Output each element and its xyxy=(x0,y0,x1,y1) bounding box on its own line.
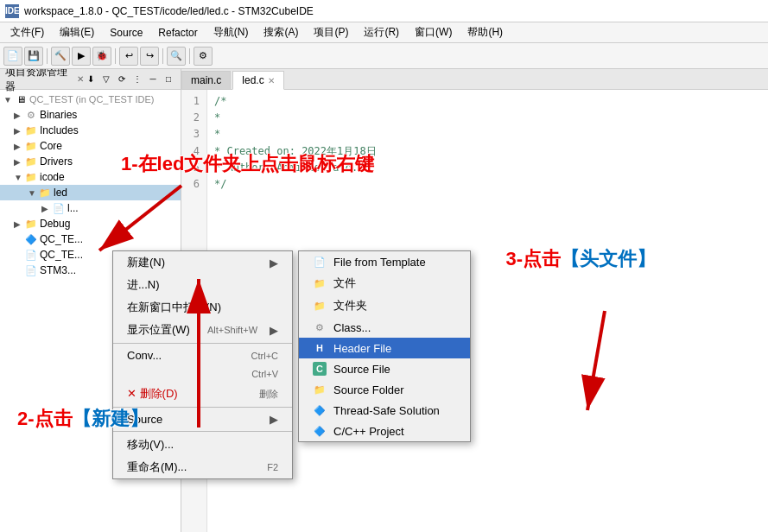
ctx-open-label: 进...N) xyxy=(127,277,160,293)
menu-refactor[interactable]: Refactor xyxy=(151,25,204,41)
sub-folder[interactable]: 📁 文件夹 xyxy=(299,294,470,317)
ctx-paste[interactable]: Ctrl+V xyxy=(113,365,292,383)
tree-binaries[interactable]: ▶ ⚙ Binaries xyxy=(0,107,181,123)
ctx-new[interactable]: 新建(N) ▶ xyxy=(113,251,292,274)
ctx-delete[interactable]: ✕ 删除(D) 删除 xyxy=(113,383,292,405)
ctx-copy[interactable]: Conv... Ctrl+C xyxy=(113,345,292,365)
menu-dots-icon[interactable]: ⋮ xyxy=(130,73,144,86)
qcte1-icon: 🔷 xyxy=(24,232,38,246)
menu-run[interactable]: 运行(R) xyxy=(357,23,406,41)
sub-file-icon: 📁 xyxy=(313,276,327,290)
ctx-paste-shortcut: Ctrl+V xyxy=(251,369,278,379)
code-line-4: * Created on: 2022年1月18日 xyxy=(214,143,761,160)
ctx-move[interactable]: 移动(V)... xyxy=(113,434,292,456)
minimize-icon[interactable]: ─ xyxy=(146,73,160,86)
title-bar: IDE workspace_1.8.0 - QC_TEST/icode/led/… xyxy=(0,0,768,22)
panel-close-icon: ✕ xyxy=(77,74,84,84)
code-line-5: * Author: Administrato... xyxy=(214,160,761,176)
menu-search[interactable]: 搜索(A) xyxy=(257,23,305,41)
sub-header-file[interactable]: H Header File xyxy=(299,338,470,358)
maximize-icon[interactable]: □ xyxy=(162,73,175,86)
sub-cpp-icon: 🔷 xyxy=(313,424,327,438)
menu-file[interactable]: 文件(F) xyxy=(3,23,51,41)
panel-header: 项目资源管理器 ✕ ⬇ ▽ ⟳ ⋮ ─ □ xyxy=(0,69,181,90)
arrow-root: ▼ xyxy=(3,95,14,104)
tree-drivers[interactable]: ▶ 📁 Drivers xyxy=(0,154,181,169)
tree-led-file[interactable]: ▶ 📄 l... xyxy=(0,200,181,216)
sub-thread-icon: 🔷 xyxy=(313,403,327,417)
includes-icon: 📁 xyxy=(24,124,38,137)
qcte1-label: QC_TE... xyxy=(40,233,83,245)
toolbar-sep4 xyxy=(189,48,190,64)
ctx-source-arrow: ▶ xyxy=(270,413,278,426)
ctx-open[interactable]: 进...N) xyxy=(113,274,292,296)
toolbar-search[interactable]: 🔍 xyxy=(167,47,186,66)
sub-thread-safe[interactable]: 🔷 Thread-Safe Solution xyxy=(299,400,470,421)
toolbar-settings[interactable]: ⚙ xyxy=(194,47,213,66)
menu-nav[interactable]: 导航(N) xyxy=(206,23,256,41)
ctx-copy-label: Conv... xyxy=(127,349,162,362)
tab-main-c[interactable]: main.c xyxy=(181,71,231,89)
menu-bar: 文件(F) 编辑(E) Source Refactor 导航(N) 搜索(A) … xyxy=(0,22,768,43)
toolbar-new[interactable]: 📄 xyxy=(3,47,22,66)
toolbar-sep2 xyxy=(115,48,116,64)
menu-source[interactable]: Source xyxy=(103,25,149,41)
menu-window[interactable]: 窗口(W) xyxy=(408,23,459,41)
tab-led-c-close[interactable]: ✕ xyxy=(268,76,275,86)
led-file-icon: 📄 xyxy=(52,201,66,215)
toolbar-save[interactable]: 💾 xyxy=(24,47,43,66)
toolbar-undo[interactable]: ↩ xyxy=(119,47,138,66)
line-num-6: 6 xyxy=(185,176,200,193)
line-num-2: 2 xyxy=(185,110,200,126)
drivers-icon: 📁 xyxy=(24,155,38,168)
led-folder-icon: 📁 xyxy=(38,186,52,200)
sub-folder-icon: 📁 xyxy=(313,299,327,313)
sub-class-label: Class... xyxy=(333,321,371,334)
sub-file-from-template[interactable]: 📄 File from Template xyxy=(299,251,470,272)
ctx-rename-shortcut: F2 xyxy=(267,462,278,472)
ctx-source[interactable]: Source ▶ xyxy=(113,409,292,429)
sub-file-template-icon: 📄 xyxy=(313,255,327,269)
qcte2-icon: 📄 xyxy=(24,248,38,262)
toolbar-sep1 xyxy=(47,48,48,64)
ctx-rename-label: 重命名(M)... xyxy=(127,459,187,475)
tree-includes[interactable]: ▶ 📁 Includes xyxy=(0,123,181,138)
sub-file-template-label: File from Template xyxy=(333,256,426,269)
sub-source-folder-icon: 📁 xyxy=(313,383,327,396)
submenu: 📄 File from Template 📁 文件 📁 文件夹 ⚙ Class.… xyxy=(298,250,471,442)
arrow-led: ▼ xyxy=(28,188,38,198)
ctx-open-new-window[interactable]: 在新窗口中打开(N) xyxy=(113,296,292,319)
code-line-1: /* xyxy=(214,93,761,110)
toolbar-redo[interactable]: ↪ xyxy=(140,47,159,66)
line-num-3: 3 xyxy=(185,126,200,142)
tree-debug[interactable]: ▶ 📁 Debug xyxy=(0,216,181,231)
menu-project[interactable]: 项目(P) xyxy=(307,23,355,41)
tree-root[interactable]: ▼ 🖥 QC_TEST (in QC_TEST IDE) xyxy=(0,92,181,107)
ctx-sep1 xyxy=(113,343,292,344)
qcte2-label: QC_TE... xyxy=(40,249,83,261)
tree-icode[interactable]: ▼ 📁 icode xyxy=(0,169,181,185)
panel-icons: ⬇ ▽ ⟳ ⋮ ─ □ xyxy=(84,73,175,86)
tab-led-c[interactable]: led.c ✕ xyxy=(232,71,283,90)
ctx-rename[interactable]: 重命名(M)... F2 xyxy=(113,456,292,478)
sync-icon[interactable]: ⟳ xyxy=(115,73,129,86)
toolbar-build[interactable]: 🔨 xyxy=(51,47,70,66)
menu-help[interactable]: 帮助(H) xyxy=(460,23,510,41)
menu-edit[interactable]: 编辑(E) xyxy=(53,23,101,41)
tree-core[interactable]: ▶ 📁 Core xyxy=(0,138,181,154)
sub-source-file[interactable]: C Source File xyxy=(299,358,470,379)
filter-icon[interactable]: ▽ xyxy=(99,73,113,86)
toolbar-debug[interactable]: 🐞 xyxy=(92,47,111,66)
ctx-show-in[interactable]: 显示位置(W) Alt+Shift+W ▶ xyxy=(113,319,292,341)
sub-class[interactable]: ⚙ Class... xyxy=(299,317,470,338)
stm3-label: STM3... xyxy=(40,264,76,276)
tree-led[interactable]: ▼ 📁 led xyxy=(0,185,181,200)
sub-file[interactable]: 📁 文件 xyxy=(299,272,470,294)
sub-source-folder[interactable]: 📁 Source Folder xyxy=(299,379,470,400)
toolbar-run[interactable]: ▶ xyxy=(72,47,91,66)
tree-qcte1[interactable]: 🔷 QC_TE... xyxy=(0,231,181,247)
tab-main-c-label: main.c xyxy=(191,74,221,86)
sub-cpp-project[interactable]: 🔷 C/C++ Project xyxy=(299,421,470,441)
ctx-move-label: 移动(V)... xyxy=(127,437,174,453)
collapse-icon[interactable]: ⬇ xyxy=(84,73,98,86)
